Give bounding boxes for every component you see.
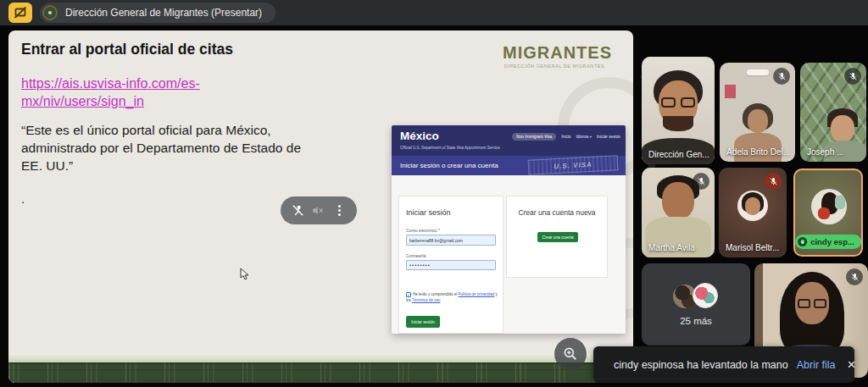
- login-heading: Iniciar sesión: [406, 208, 451, 217]
- more-options-button[interactable]: [331, 202, 348, 219]
- slide-footer-ornament: [8, 362, 633, 383]
- share-title: Dirección General de Migrantes (Presenta…: [65, 7, 262, 19]
- stop-presenting-chip[interactable]: [8, 3, 32, 23]
- zoom-in-button[interactable]: [554, 338, 587, 370]
- participant-name: Adela Brito Del...: [726, 147, 790, 157]
- participant-tile-marisol[interactable]: Marisol Beltr...: [719, 168, 787, 257]
- password-label: Contraseña: [406, 254, 426, 258]
- participant-name: Martha Avila: [648, 243, 695, 252]
- avatar: [693, 283, 718, 308]
- mic-off-badge: [846, 268, 863, 285]
- mute-audio-button[interactable]: [310, 202, 327, 219]
- volume-off-icon: [311, 203, 326, 218]
- slide-title: Entrar al portal oficial de citas: [21, 41, 233, 58]
- slide-quote: “Este es el único portal oficial para Mé…: [21, 121, 320, 174]
- mic-off-icon: [849, 72, 858, 81]
- mic-off-badge: [765, 173, 782, 190]
- site-banner-title: Iniciar sesión o crear una cuenta: [400, 162, 498, 169]
- create-account-button[interactable]: Crear una cuenta: [537, 232, 578, 242]
- hand-raised-pill: cindy esp...: [795, 235, 861, 249]
- mic-off-badge: [773, 68, 790, 85]
- presenter-avatar: [42, 5, 58, 20]
- participant-name: cindy esp...: [810, 237, 854, 246]
- slide-footer-strip: [8, 353, 633, 362]
- hand-raised-toast: cindy espinosa ha levantado la mano Abri…: [593, 346, 854, 383]
- mic-off-badge: [693, 173, 709, 190]
- presentation-off-icon: [14, 6, 27, 19]
- mouse-cursor: [240, 268, 250, 281]
- zoom-in-icon: [562, 346, 579, 362]
- active-share-pill[interactable]: Dirección General de Migrantes (Presenta…: [40, 3, 275, 23]
- mic-off-icon: [697, 177, 706, 186]
- appointment-portal-link[interactable]: https://ais.usvisa-info.com/es-mx/niv/us…: [21, 75, 236, 110]
- avatar: [811, 189, 847, 224]
- top-bar: Dirección General de Migrantes (Presenta…: [0, 0, 868, 25]
- signup-heading: Crear una cuenta nueva: [507, 208, 607, 217]
- slide-period: .: [21, 191, 25, 206]
- us-visa-watermark: U.S. VISA: [528, 155, 619, 175]
- login-panel: Iniciar sesión Correo electrónico * barb…: [398, 196, 504, 334]
- email-label: Correo electrónico *: [406, 229, 440, 233]
- migrantes-logo: MIGRANTES DIRECCIÓN GENERAL DE MIGRANTES: [503, 43, 606, 69]
- glasses: [661, 97, 676, 108]
- participant-tile-adela[interactable]: Adela Brito Del...: [720, 63, 795, 162]
- nav-idioma[interactable]: Idioma +: [576, 135, 592, 139]
- toast-message: cindy espinosa ha levantado la mano: [614, 359, 788, 371]
- site-brand: México: [400, 130, 439, 142]
- site-tagline: Official U.S. Department of State Visa A…: [400, 146, 500, 150]
- mic-off-icon: [769, 177, 778, 186]
- participant-tile-direccion[interactable]: Dirección Gen...: [642, 57, 715, 164]
- participant-name: Dirección Gen...: [648, 150, 709, 159]
- signup-panel: Crear una cuenta nueva Crear una cuenta: [506, 196, 608, 278]
- privacy-policy-link[interactable]: Política de privacidad: [459, 292, 495, 296]
- avatar: [737, 191, 768, 221]
- nav-inicio[interactable]: Inicio: [561, 135, 570, 139]
- more-vert-icon: [338, 205, 341, 216]
- mic-off-icon: [777, 72, 787, 81]
- site-body: Iniciar sesión Correo electrónico * barb…: [392, 175, 626, 334]
- participant-name: Marisol Beltr...: [726, 243, 779, 252]
- shared-screen-slide: Entrar al portal oficial de citas https:…: [8, 30, 633, 383]
- more-participants-count: 25 más: [642, 316, 750, 326]
- open-queue-button[interactable]: Abrir fila: [797, 359, 836, 371]
- site-nav: Non Immigrant Visa Inicio Idioma + Inici…: [512, 133, 620, 141]
- participant-name: Joseph ...: [807, 147, 843, 157]
- unpin-button[interactable]: [289, 202, 306, 219]
- glasses: [798, 299, 810, 308]
- mic-off-icon: [850, 273, 860, 282]
- usvisa-site-screenshot: México Official U.S. Department of State…: [392, 125, 626, 334]
- terms-checkbox[interactable]: ✓: [406, 292, 411, 297]
- raised-hand-icon: [798, 237, 807, 246]
- overflow-participants-tile[interactable]: 25 más: [642, 263, 750, 346]
- password-field[interactable]: ••••••••: [406, 260, 496, 270]
- tile-controls-pill: [281, 196, 357, 224]
- site-banner: Iniciar sesión o crear una cuenta U.S. V…: [392, 156, 626, 175]
- terms-of-use-link[interactable]: Términos de uso: [412, 298, 441, 302]
- site-header: México Official U.S. Department of State…: [392, 125, 626, 156]
- nav-nonimmigrant-visa[interactable]: Non Immigrant Visa: [512, 133, 556, 141]
- email-field[interactable]: barberena88.bv@gmail.com: [406, 235, 496, 246]
- terms-row: ✓He leído y comprendido el Política de p…: [406, 291, 498, 303]
- login-submit-button[interactable]: Iniciar sesión: [406, 316, 440, 328]
- mic-off-badge: [844, 68, 861, 85]
- nav-iniciar-sesion[interactable]: Iniciar sesión: [597, 135, 620, 139]
- participant-tile-cindy[interactable]: cindy esp...: [793, 169, 863, 257]
- participant-tile-martha[interactable]: Martha Avila: [642, 168, 715, 257]
- meeting-window: Dirección General de Migrantes (Presenta…: [0, 0, 868, 387]
- pin-off-icon: [291, 203, 305, 218]
- close-icon[interactable]: ×: [848, 357, 856, 372]
- participant-tile-joseph[interactable]: Joseph ...: [800, 63, 866, 162]
